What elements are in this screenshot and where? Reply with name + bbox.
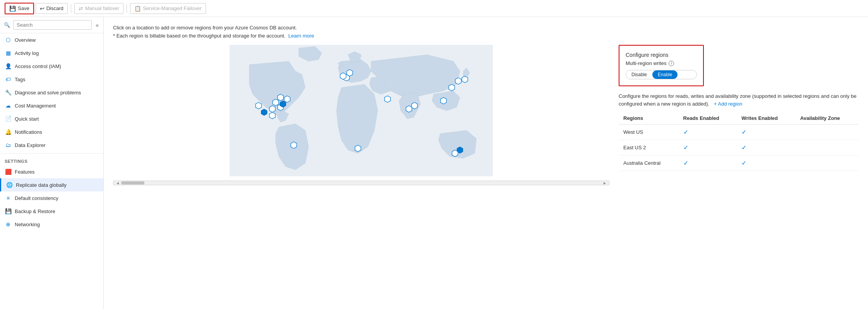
discard-icon: ↩ — [40, 5, 45, 12]
region-name: West US — [619, 125, 679, 140]
toggle-group: Disable Enable — [626, 70, 697, 79]
svg-marker-21 — [412, 102, 417, 109]
diagnose-icon: 🔧 — [5, 89, 12, 96]
svg-marker-2 — [269, 106, 275, 112]
col-header-regions: Regions — [619, 112, 679, 125]
right-panel: Configure regions Multi-region writes i … — [619, 45, 859, 171]
service-managed-failover-button[interactable]: 📋 Service-Managed Failover — [130, 3, 206, 14]
backup-icon: 💾 — [5, 208, 12, 214]
consistency-icon: ≡ — [5, 195, 12, 201]
writes-check-icon: ✓ — [741, 144, 746, 151]
sidebar-item-access-control[interactable]: 👤 Access control (IAM) — [0, 60, 103, 73]
svg-marker-12 — [449, 84, 455, 91]
world-map[interactable] — [113, 45, 609, 176]
toolbar-separator — [71, 4, 71, 13]
table-row: West US ✓ ✓ — [619, 125, 859, 140]
svg-marker-22 — [256, 102, 261, 109]
sidebar-item-features[interactable]: 🟥 Features — [0, 165, 103, 178]
svg-marker-8 — [278, 94, 283, 101]
writes-check-icon: ✓ — [741, 160, 746, 166]
svg-marker-23 — [340, 73, 346, 79]
quickstart-icon: 📄 — [5, 116, 12, 122]
regions-description: Configure the regions for reads, writes … — [619, 92, 859, 108]
scrollbar-thumb[interactable] — [121, 181, 144, 184]
main-layout: 🔍 « ⬡ Overview ▦ Activity log 👤 Access c… — [0, 17, 868, 309]
svg-marker-18 — [406, 106, 412, 112]
toolbar: 💾 Save ↩ Discard ⇄ Manual failover 📋 Ser… — [0, 0, 868, 17]
toolbar-separator-2 — [127, 4, 127, 13]
region-name: East US 2 — [619, 140, 679, 155]
search-input[interactable] — [13, 20, 92, 30]
svg-marker-16 — [355, 145, 361, 152]
sidebar-item-cost-management[interactable]: ☁ Cost Management — [0, 99, 103, 112]
sidebar-item-overview[interactable]: ⬡ Overview — [0, 33, 103, 46]
table-row: East US 2 ✓ ✓ — [619, 140, 859, 155]
content-description: Click on a location to add or remove reg… — [113, 25, 859, 31]
add-region-link[interactable]: + Add region — [714, 101, 742, 107]
col-header-writes: Writes Enabled — [737, 112, 795, 125]
sidebar-item-notifications[interactable]: 🔔 Notifications — [0, 125, 103, 138]
content-area: Click on a location to add or remove reg… — [104, 17, 868, 309]
svg-marker-13 — [462, 76, 468, 83]
svg-marker-1 — [261, 109, 267, 116]
data-explorer-icon: 🗂 — [5, 142, 12, 148]
scroll-right-arrow[interactable]: ► — [601, 181, 608, 185]
save-icon: 💾 — [9, 5, 16, 12]
reads-check-icon: ✓ — [683, 144, 688, 151]
enable-button[interactable]: Enable — [652, 70, 678, 79]
map-wrapper: ◄ ► — [113, 45, 609, 185]
collapse-button[interactable]: « — [95, 21, 99, 29]
svg-marker-14 — [455, 78, 461, 84]
sidebar-item-quick-start[interactable]: 📄 Quick start — [0, 112, 103, 125]
sidebar-item-default-consistency[interactable]: ≡ Default consistency — [0, 191, 103, 205]
availability-zone — [796, 125, 859, 140]
writes-enabled: ✓ — [737, 140, 795, 155]
replicate-icon: 🌐 — [6, 182, 13, 188]
svg-marker-6 — [269, 112, 275, 119]
disable-button[interactable]: Disable — [626, 70, 652, 79]
scroll-left-arrow[interactable]: ◄ — [114, 181, 121, 185]
iam-icon: 👤 — [5, 63, 12, 69]
info-icon[interactable]: i — [669, 61, 674, 66]
networking-icon: ⊕ — [5, 221, 12, 227]
writes-enabled: ✓ — [737, 125, 795, 140]
failover-icon: ⇄ — [79, 5, 83, 12]
region-name: Australia Central — [619, 155, 679, 171]
cost-icon: ☁ — [5, 102, 12, 109]
writes-enabled: ✓ — [737, 155, 795, 171]
availability-zone — [796, 140, 859, 155]
features-icon: 🟥 — [5, 169, 12, 175]
sidebar-search-container: 🔍 « — [0, 17, 103, 33]
configure-regions-title: Configure regions — [626, 52, 697, 58]
search-icon: 🔍 — [4, 22, 10, 28]
availability-zone — [796, 155, 859, 171]
learn-more-link[interactable]: Learn more — [288, 33, 314, 39]
col-header-reads: Reads Enabled — [679, 112, 737, 125]
reads-enabled: ✓ — [679, 140, 737, 155]
col-header-az: Availability Zone — [796, 112, 859, 125]
map-container: ◄ ► Configure regions Multi-region write… — [113, 45, 859, 185]
tags-icon: 🏷 — [5, 76, 12, 82]
svg-marker-15 — [291, 142, 297, 149]
sidebar-item-data-explorer[interactable]: 🗂 Data Explorer — [0, 138, 103, 152]
sidebar-item-tags[interactable]: 🏷 Tags — [0, 73, 103, 86]
discard-button[interactable]: ↩ Discard — [36, 3, 68, 14]
sidebar-item-backup-restore[interactable]: 💾 Backup & Restore — [0, 205, 103, 218]
svg-marker-4 — [280, 101, 286, 108]
save-button[interactable]: 💾 Save — [5, 3, 34, 14]
sidebar-item-diagnose[interactable]: 🔧 Diagnose and solve problems — [0, 86, 103, 99]
svg-marker-20 — [452, 150, 458, 157]
sidebar-item-activity-log[interactable]: ▦ Activity log — [0, 46, 103, 60]
map-scrollbar[interactable]: ◄ ► — [113, 181, 609, 185]
activity-log-icon: ▦ — [5, 50, 12, 56]
sidebar-item-networking[interactable]: ⊕ Networking — [0, 218, 103, 231]
service-failover-icon: 📋 — [134, 5, 141, 12]
multi-region-label: Multi-region writes — [626, 60, 666, 66]
svg-marker-5 — [273, 99, 278, 106]
sidebar: 🔍 « ⬡ Overview ▦ Activity log 👤 Access c… — [0, 17, 104, 309]
svg-marker-17 — [384, 96, 390, 102]
manual-failover-button[interactable]: ⇄ Manual failover — [74, 3, 124, 14]
sidebar-item-replicate-data[interactable]: 🌐 Replicate data globally — [0, 178, 103, 191]
notifications-icon: 🔔 — [5, 129, 12, 135]
overview-icon: ⬡ — [5, 37, 12, 43]
